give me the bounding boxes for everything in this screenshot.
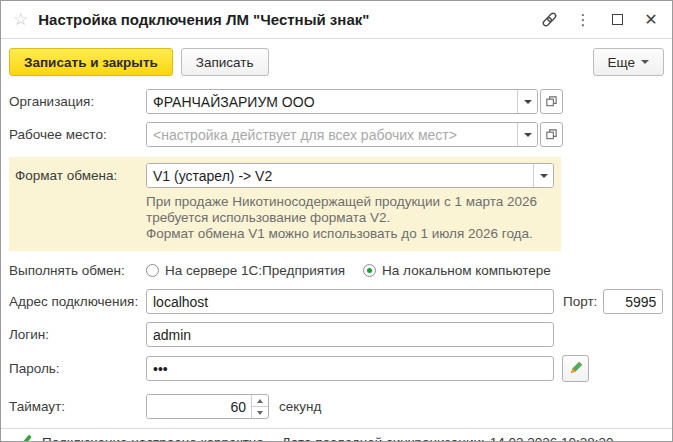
organization-input[interactable] <box>147 90 517 113</box>
workplace-dropdown-button[interactable] <box>517 123 537 146</box>
settings-window: ☆ Настройка подключения ЛМ "Честный знак… <box>0 0 673 442</box>
title-bar: ☆ Настройка подключения ЛМ "Честный знак… <box>1 1 672 39</box>
radio-option-server-label: На сервере 1С:Предприятия <box>165 263 345 278</box>
format-dropdown-button[interactable] <box>533 164 553 187</box>
maximize-glyph <box>612 14 623 25</box>
workplace-input[interactable] <box>147 123 517 146</box>
command-bar: Записать и закрыть Записать Еще <box>1 39 672 85</box>
password-row: Пароль: <box>9 355 664 382</box>
workplace-combo <box>146 122 538 147</box>
chevron-down-icon <box>540 174 548 178</box>
save-button[interactable]: Записать <box>181 48 269 76</box>
password-input[interactable] <box>146 356 554 381</box>
login-label: Логин: <box>9 327 146 342</box>
favorite-star-icon[interactable]: ☆ <box>13 11 28 28</box>
organization-combo <box>146 89 538 114</box>
close-icon[interactable]: ✕ <box>642 11 660 29</box>
settings-form: Организация: Рабочее место: <box>1 85 672 442</box>
radio-option-local[interactable]: На локальном компьютере <box>363 263 551 278</box>
format-label: Формат обмена: <box>15 168 146 183</box>
footer-separator <box>1 428 672 429</box>
chevron-down-icon <box>641 60 649 64</box>
workplace-row: Рабочее место: <box>9 122 664 147</box>
spin-up-button[interactable] <box>252 395 268 407</box>
more-menu-icon[interactable]: ⋮ <box>574 11 592 29</box>
timeout-label: Таймаут: <box>9 399 146 414</box>
more-button[interactable]: Еще <box>593 48 664 76</box>
timeout-suffix: секунд <box>279 399 321 414</box>
warning-line: При продаже Никотиносодержащей продукции… <box>146 194 556 210</box>
port-label: Порт: <box>563 294 597 309</box>
titlebar-icons: ⋮ ✕ <box>540 11 660 29</box>
address-input[interactable] <box>146 289 554 314</box>
format-combo <box>146 163 554 188</box>
sync-timestamp: 14.03.2026 10:38:30 <box>490 435 614 442</box>
organization-open-button[interactable] <box>540 89 563 114</box>
status-message: Подключение настроено корректно. <box>42 435 268 442</box>
warning-line: Формат обмена V1 можно использовать до 1… <box>146 226 556 242</box>
arrow-down-icon <box>257 411 263 415</box>
exchange-mode-row: Выполнять обмен: На сервере 1С:Предприят… <box>9 263 664 278</box>
more-button-label: Еще <box>608 55 635 70</box>
password-label: Пароль: <box>9 361 146 376</box>
radio-selected-icon <box>363 264 376 277</box>
open-form-icon <box>545 128 558 141</box>
port-input[interactable] <box>603 289 663 314</box>
login-row: Логин: <box>9 322 664 347</box>
chevron-down-icon <box>524 100 532 104</box>
timeout-spinner <box>146 394 269 419</box>
arrow-up-icon <box>257 399 263 403</box>
status-row: Подключение настроено корректно. Дата по… <box>13 433 664 442</box>
format-warning-panel: Формат обмена: При продаже Никотиносодер… <box>9 157 561 251</box>
spin-down-button[interactable] <box>252 407 268 418</box>
spinner-buttons <box>251 395 268 418</box>
exchange-mode-label: Выполнять обмен: <box>9 263 146 278</box>
login-input[interactable] <box>146 322 554 347</box>
organization-row: Организация: <box>9 89 664 114</box>
workplace-label: Рабочее место: <box>9 127 146 142</box>
radio-option-server[interactable]: На сервере 1С:Предприятия <box>146 263 345 278</box>
pencil-icon <box>568 361 583 376</box>
edit-password-button[interactable] <box>562 355 589 382</box>
address-row: Адрес подключения: Порт: <box>9 289 664 314</box>
get-link-icon[interactable] <box>540 11 558 29</box>
organization-dropdown-button[interactable] <box>517 90 537 113</box>
radio-icon <box>146 264 159 277</box>
sync-label: Дата последней синхронизации: <box>282 435 485 442</box>
warning-line: требуется использование формата V2. <box>146 210 556 226</box>
timeout-row: Таймаут: секунд <box>9 394 664 419</box>
format-input[interactable] <box>147 164 533 187</box>
format-row: Формат обмена: <box>15 163 561 188</box>
timeout-input[interactable] <box>147 395 251 418</box>
window-title: Настройка подключения ЛМ "Честный знак" <box>38 11 369 28</box>
workplace-open-button[interactable] <box>540 122 563 147</box>
format-warning-text: При продаже Никотиносодержащей продукции… <box>146 194 556 242</box>
radio-option-local-label: На локальном компьютере <box>382 263 551 278</box>
maximize-icon[interactable] <box>608 11 626 29</box>
organization-label: Организация: <box>9 94 146 109</box>
success-check-icon <box>13 433 32 442</box>
address-label: Адрес подключения: <box>9 294 146 309</box>
open-form-icon <box>545 95 558 108</box>
chevron-down-icon <box>524 133 532 137</box>
save-and-close-button[interactable]: Записать и закрыть <box>9 48 173 76</box>
